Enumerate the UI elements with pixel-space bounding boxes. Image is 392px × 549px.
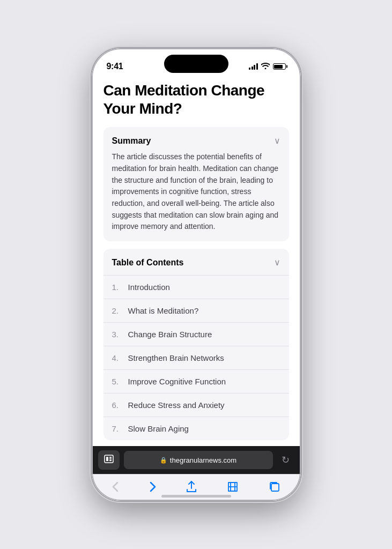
toc-list: 1. Introduction 2. What is Meditation? 3… — [103, 275, 289, 440]
svg-rect-3 — [109, 458, 112, 459]
toc-item-label: Strengthen Brain Networks — [128, 353, 224, 362]
toc-item-label: What is Meditation? — [128, 306, 199, 315]
phone-frame: 9:41 — [92, 48, 301, 501]
battery-icon — [273, 63, 286, 70]
status-time: 9:41 — [107, 62, 123, 71]
toc-item-number: 3. — [112, 330, 123, 339]
article-content: Can Meditation Change Your Mind? Summary… — [92, 77, 301, 447]
toc-item-label: Reduce Stress and Anxiety — [128, 400, 225, 410]
url-bar[interactable]: 🔒 thegranularnews.com — [124, 451, 273, 469]
toc-item-label: Change Brain Structure — [128, 330, 212, 339]
toc-item-number: 4. — [112, 353, 123, 362]
article-title: Can Meditation Change Your Mind? — [103, 81, 289, 117]
bookmarks-button[interactable] — [220, 478, 246, 495]
toc-item[interactable]: 4. Strengthen Brain Networks — [103, 346, 289, 369]
toc-header: Table of Contents ∨ — [103, 249, 289, 275]
toc-item-number: 5. — [112, 377, 123, 386]
share-button[interactable] — [179, 478, 204, 496]
summary-header: Summary ∨ — [112, 136, 280, 146]
svg-rect-2 — [109, 457, 112, 458]
back-button[interactable] — [105, 478, 126, 495]
status-icons — [249, 63, 286, 71]
svg-rect-4 — [109, 460, 112, 461]
toc-item-number: 6. — [112, 400, 123, 410]
toc-item[interactable]: 2. What is Meditation? — [103, 299, 289, 322]
reload-button[interactable]: ↻ — [277, 451, 294, 469]
toc-item[interactable]: 1. Introduction — [103, 275, 289, 299]
toc-item[interactable]: 3. Change Brain Structure — [103, 322, 289, 346]
toc-item[interactable]: 7. Slow Brain Aging — [103, 417, 289, 440]
svg-rect-0 — [105, 455, 113, 463]
svg-rect-5 — [271, 484, 279, 491]
summary-card: Summary ∨ The article discusses the pote… — [103, 127, 289, 241]
svg-rect-1 — [106, 457, 108, 461]
toc-card: Table of Contents ∨ 1. Introduction 2. W… — [103, 249, 289, 440]
toc-chevron-icon[interactable]: ∨ — [274, 257, 280, 268]
wifi-icon — [261, 63, 270, 71]
summary-text: The article discusses the potential bene… — [112, 151, 280, 233]
tabs-button[interactable] — [262, 478, 287, 495]
forward-button[interactable] — [142, 478, 164, 495]
phone-screen: 9:41 — [92, 48, 301, 501]
summary-chevron-icon[interactable]: ∨ — [274, 136, 280, 146]
toc-item-number: 2. — [112, 306, 123, 315]
toc-item-number: 1. — [112, 283, 123, 292]
toc-item-label: Improve Cognitive Function — [128, 377, 226, 386]
home-indicator — [161, 495, 231, 498]
reload-icon: ↻ — [282, 454, 290, 466]
signal-icon — [249, 63, 258, 70]
reader-mode-button[interactable] — [98, 450, 120, 470]
toc-item-number: 7. — [112, 424, 123, 433]
browser-bar: 🔒 thegranularnews.com ↻ — [92, 446, 301, 474]
dynamic-island — [164, 55, 228, 73]
lock-icon: 🔒 — [160, 457, 167, 464]
reader-icon — [104, 455, 114, 465]
toc-item-label: Introduction — [128, 283, 170, 292]
toc-item[interactable]: 6. Reduce Stress and Anxiety — [103, 393, 289, 417]
url-text: thegranularnews.com — [170, 456, 236, 464]
toc-item[interactable]: 5. Improve Cognitive Function — [103, 369, 289, 393]
toc-title: Table of Contents — [112, 258, 184, 268]
summary-title: Summary — [112, 136, 151, 146]
toc-item-label: Slow Brain Aging — [128, 424, 189, 433]
